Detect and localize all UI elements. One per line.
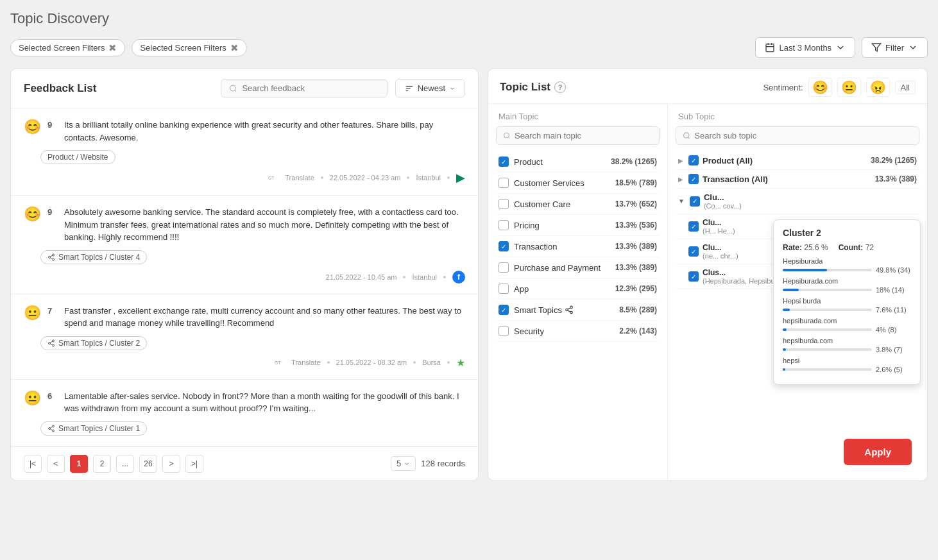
main-content: Feedback List Newest 😊 9 Its: [10, 68, 928, 481]
sub-topic-item[interactable]: ▶ Transaction (All) 13.3% (389): [676, 170, 919, 189]
feedback-item: 😊 9 Absolutely awesome banking service. …: [11, 196, 478, 294]
feedback-item-top: 😊 9 Absolutely awesome banking service. …: [24, 206, 465, 244]
sub-topic-checkbox[interactable]: [688, 174, 699, 184]
translate-icon: GT: [268, 174, 278, 182]
topic-help-icon[interactable]: ?: [554, 81, 566, 93]
sub-topic-checkbox[interactable]: [688, 271, 699, 282]
sub-topic-search-input[interactable]: [694, 131, 912, 140]
page-1-button[interactable]: 1: [70, 455, 88, 473]
topic-checkbox[interactable]: [499, 305, 509, 315]
page-title: Topic Discovery: [10, 10, 928, 27]
feedback-panel: Feedback List Newest 😊 9 Its: [10, 68, 479, 481]
topic-stat: 13.3% (536): [615, 221, 657, 230]
svg-point-17: [49, 342, 51, 344]
sort-button[interactable]: Newest: [395, 79, 465, 98]
feedback-tag[interactable]: Smart Topics / Cluster 4: [40, 250, 147, 264]
topic-checkbox[interactable]: [499, 220, 509, 230]
page-2-button[interactable]: 2: [93, 455, 111, 473]
topic-checkbox[interactable]: [499, 157, 509, 167]
topic-checkbox[interactable]: [499, 241, 509, 251]
feedback-search-input[interactable]: [242, 83, 379, 93]
topic-item[interactable]: Transaction 13.3% (389): [496, 236, 660, 257]
feedback-emoji: 😐: [24, 390, 41, 407]
sub-topic-checkbox[interactable]: [688, 246, 699, 257]
filter-chip-2[interactable]: Selected Screen Filters ✖: [132, 39, 246, 56]
last-page-button[interactable]: >|: [185, 455, 203, 473]
feedback-score: 9: [47, 207, 58, 217]
sort-icon: [405, 84, 414, 93]
sub-topic-search[interactable]: [676, 126, 919, 145]
topic-item[interactable]: Customer Services 18.5% (789): [496, 173, 660, 194]
topic-item[interactable]: Smart Topics 8.5% (289): [496, 300, 660, 321]
cluster-count: Count: 72: [839, 243, 874, 252]
sentiment-positive-button[interactable]: 😊: [808, 78, 832, 97]
filter-chip-1[interactable]: Selected Screen Filters ✖: [10, 39, 125, 56]
page-ellipsis: ...: [116, 455, 134, 473]
topic-name: Customer Care: [514, 199, 610, 209]
main-topic-search-input[interactable]: [515, 131, 652, 140]
sentiment-controls: Sentiment: 😊 😐 😠 All: [763, 78, 916, 97]
topic-title: Topic List ?: [500, 81, 566, 94]
meta-dot: [447, 361, 450, 364]
apply-button[interactable]: Apply: [844, 439, 912, 465]
topic-item[interactable]: Purchase and Payment 13.3% (389): [496, 257, 660, 278]
topic-item[interactable]: App 12.3% (295): [496, 278, 660, 300]
feedback-text: Absolutely awesome banking service. The …: [64, 206, 465, 244]
svg-line-20: [50, 341, 52, 343]
topic-item[interactable]: Customer Care 13.7% (652): [496, 194, 660, 215]
feedback-tag[interactable]: Product / Website: [40, 150, 115, 164]
sentiment-all-button[interactable]: All: [895, 81, 916, 94]
topic-name: Purchase and Payment: [514, 263, 610, 273]
date-filter-button[interactable]: Last 3 Months: [755, 37, 855, 58]
topic-stat: 13.7% (652): [615, 199, 657, 208]
sub-topic-item[interactable]: ▶ Product (All) 38.2% (1265): [676, 151, 919, 170]
filter-chip-2-close[interactable]: ✖: [230, 43, 239, 53]
topic-name: Product: [514, 157, 606, 167]
sub-topic-checkbox[interactable]: [688, 221, 699, 232]
svg-point-30: [566, 309, 568, 311]
sub-topic-checkbox[interactable]: [690, 196, 700, 207]
topic-checkbox[interactable]: [499, 178, 509, 188]
per-page-selector[interactable]: 5: [391, 456, 416, 471]
first-page-button[interactable]: |<: [24, 455, 42, 473]
feedback-search-box[interactable]: [221, 79, 388, 98]
topic-item[interactable]: Pricing 13.3% (536): [496, 215, 660, 236]
topic-checkbox[interactable]: [499, 262, 509, 273]
topic-checkbox[interactable]: [499, 326, 509, 336]
feedback-tag[interactable]: Smart Topics / Cluster 1: [40, 421, 147, 436]
filter-button[interactable]: Filter: [862, 37, 928, 58]
sub-topic-name: Clu...(Co... cov...): [704, 192, 917, 210]
svg-text:GT: GT: [275, 361, 280, 365]
feedback-emoji: 😊: [24, 206, 41, 223]
topic-panel: Topic List ? Sentiment: 😊 😐 😠 All Main T…: [488, 68, 928, 481]
sub-topic-label: Sub Topic: [676, 112, 919, 121]
sentiment-neutral-button[interactable]: 😐: [837, 78, 861, 97]
main-topic-search[interactable]: [496, 126, 660, 145]
meta-location: İstanbul: [416, 174, 441, 182]
topic-item[interactable]: Product 38.2% (1265): [496, 151, 660, 173]
sub-topic-checkbox[interactable]: [688, 155, 699, 165]
topic-checkbox[interactable]: [499, 199, 509, 209]
svg-point-18: [53, 344, 55, 346]
filter-chips: Selected Screen Filters ✖ Selected Scree…: [10, 39, 247, 56]
topic-checkbox[interactable]: [499, 284, 509, 294]
feedback-item-top: 😐 7 Fast transfer , excellent exchange r…: [24, 305, 465, 330]
topic-body: Main Topic Product 38.2% (1265) Customer…: [488, 104, 927, 480]
topic-item[interactable]: Security 2.2% (143): [496, 321, 660, 342]
meta-dot: [403, 276, 405, 278]
feedback-footer: |< < 1 2 ... 26 > >| 5 128 records: [11, 446, 478, 480]
topic-header: Topic List ? Sentiment: 😊 😐 😠 All: [488, 69, 927, 104]
sub-topic-item[interactable]: ▼ Clu...(Co... cov...): [676, 189, 919, 214]
sentiment-negative-button[interactable]: 😠: [866, 78, 890, 97]
topic-stat: 18.5% (789): [615, 178, 657, 187]
feedback-emoji: 😐: [24, 305, 41, 321]
next-page-button[interactable]: >: [162, 455, 180, 473]
feedback-score: 7: [47, 306, 58, 316]
filter-chip-1-close[interactable]: ✖: [108, 43, 117, 53]
feedback-tag[interactable]: Smart Topics / Cluster 2: [40, 336, 147, 350]
smart-topics-icon: [565, 305, 574, 314]
feedback-item: 😐 7 Fast transfer , excellent exchange r…: [11, 294, 478, 380]
prev-page-button[interactable]: <: [47, 455, 65, 473]
page-26-button[interactable]: 26: [139, 455, 157, 473]
sub-topic-column: Sub Topic ▶ Product (All) 38.2% (1265) ▶: [668, 104, 927, 480]
